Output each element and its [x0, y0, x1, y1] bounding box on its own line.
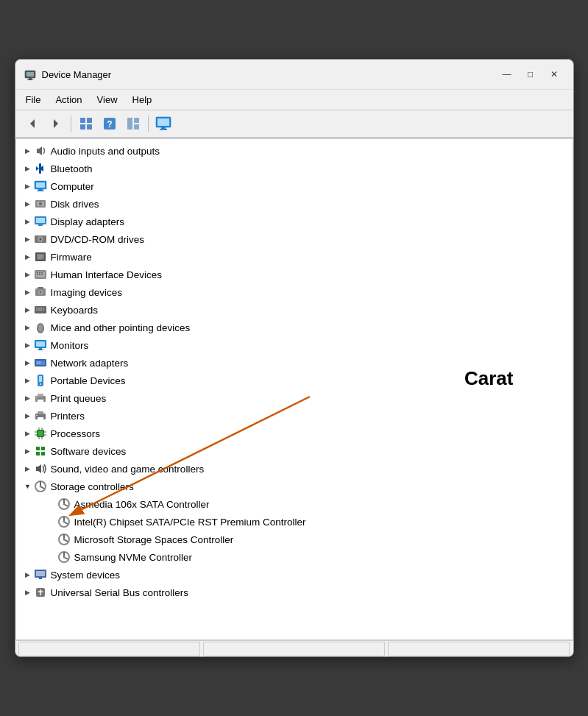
- intel-icon: [57, 515, 71, 528]
- tree-label: Printers: [51, 411, 85, 422]
- monitor-button[interactable]: [152, 113, 174, 134]
- menu-help[interactable]: Help: [125, 91, 160, 108]
- tree-container[interactable]: ▶Audio inputs and outputs▶Bluetooth▶Comp…: [16, 139, 573, 639]
- tree-item-hid[interactable]: ▶Human Interface Devices: [16, 266, 573, 283]
- mice-icon: [34, 321, 47, 334]
- tree-item-processors[interactable]: ▶Processors: [16, 425, 573, 442]
- svg-marker-21: [36, 166, 39, 171]
- chevron-icon: ▶: [22, 163, 34, 174]
- svg-rect-16: [157, 118, 169, 126]
- tree-item-system[interactable]: ▶System devices: [16, 566, 573, 584]
- tree-label: Storage controllers: [51, 481, 134, 492]
- tree-item-usb[interactable]: ▶Universal Serial Bus controllers: [16, 584, 573, 601]
- tree-item-samsung[interactable]: Samsung NVMe Controller: [16, 548, 573, 566]
- svg-rect-30: [36, 218, 45, 223]
- chevron-icon: ▶: [22, 198, 34, 210]
- tree-item-disk[interactable]: ▶Disk drives: [16, 195, 573, 213]
- chevron-icon: ▶: [22, 569, 34, 581]
- svg-rect-77: [36, 397, 38, 398]
- chevron-icon: [46, 498, 57, 510]
- svg-rect-1: [26, 72, 34, 77]
- chevron-icon: ▶: [22, 216, 34, 227]
- network-icon: [34, 356, 47, 369]
- chevron-icon: ▶: [22, 145, 34, 157]
- tree-item-firmware[interactable]: ▶Firmware: [16, 248, 573, 266]
- menu-action[interactable]: Action: [48, 91, 89, 108]
- menu-bar: File Action View Help: [15, 90, 573, 110]
- chevron-icon: [46, 534, 57, 545]
- tree-item-audio[interactable]: ▶Audio inputs and outputs: [16, 142, 573, 160]
- display-icon: [34, 215, 47, 228]
- svg-rect-64: [36, 341, 45, 347]
- svg-rect-59: [43, 310, 44, 311]
- chevron-icon: ▶: [22, 357, 34, 369]
- tree-item-display[interactable]: ▶Display adapters: [16, 213, 573, 230]
- device-manager-button[interactable]: [75, 113, 97, 134]
- close-button[interactable]: ✕: [544, 65, 564, 83]
- svg-rect-3: [27, 79, 33, 80]
- microsoft-storage-icon: [57, 533, 71, 546]
- forward-icon: [49, 117, 63, 130]
- help-button[interactable]: ?: [99, 113, 121, 134]
- svg-rect-2: [29, 78, 32, 79]
- svg-rect-57: [36, 310, 38, 311]
- tree-item-bluetooth[interactable]: ▶Bluetooth: [16, 160, 573, 177]
- tree-label: Audio inputs and outputs: [51, 146, 160, 157]
- tree-label: Processors: [51, 428, 101, 439]
- menu-view[interactable]: View: [90, 91, 125, 108]
- tree-item-asmedia[interactable]: Asmedia 106x SATA Controller: [16, 495, 573, 513]
- tree-item-computer[interactable]: ▶Computer: [16, 177, 573, 195]
- device-manager-window: Device Manager — □ ✕ File Action View He…: [15, 59, 574, 657]
- tree-item-storage[interactable]: ▼Storage controllers: [16, 478, 573, 495]
- tree-item-microsoft-storage[interactable]: Microsoft Storage Spaces Controller: [16, 531, 573, 548]
- storage-icon: [34, 480, 47, 493]
- tree-item-network[interactable]: ▶Network adapters: [16, 354, 573, 372]
- svg-rect-80: [38, 417, 43, 419]
- tree-label: DVD/CD-ROM drives: [51, 234, 145, 245]
- tree-label: Sound, video and game controllers: [51, 464, 205, 475]
- svg-rect-53: [36, 308, 38, 309]
- tree-label: Network adapters: [51, 358, 129, 369]
- tree-label: Human Interface Devices: [51, 269, 163, 280]
- svg-rect-95: [41, 452, 45, 456]
- tree-label: Computer: [51, 181, 94, 192]
- chevron-icon: ▶: [22, 445, 34, 457]
- chevron-icon: [46, 516, 57, 528]
- menu-file[interactable]: File: [18, 91, 49, 108]
- tree-label: Keyboards: [51, 305, 99, 316]
- chevron-icon: ▶: [22, 586, 34, 598]
- tree-item-dvd[interactable]: ▶DVD/CD-ROM drives: [16, 230, 573, 248]
- tree-item-mice[interactable]: ▶Mice and other pointing devices: [16, 319, 573, 336]
- svg-marker-5: [54, 119, 58, 128]
- tree-label: Asmedia 106x SATA Controller: [74, 499, 210, 510]
- tree-item-intel[interactable]: Intel(R) Chipset SATA/PCIe RST Premium C…: [16, 513, 573, 531]
- svg-rect-66: [38, 350, 43, 350]
- maximize-button[interactable]: □: [520, 65, 541, 83]
- toolbar: ?: [15, 110, 573, 138]
- device-manager-icon: [79, 116, 93, 131]
- forward-button[interactable]: [45, 113, 67, 134]
- svg-rect-58: [38, 310, 42, 311]
- chevron-icon: ▶: [22, 286, 34, 298]
- title-bar: Device Manager — □ ✕: [15, 60, 573, 90]
- minimize-button[interactable]: —: [497, 65, 517, 83]
- tree-item-software[interactable]: ▶Software devices: [16, 442, 573, 460]
- svg-point-115: [63, 556, 65, 559]
- chevron-icon: ▶: [22, 410, 34, 422]
- svg-rect-14: [134, 124, 139, 130]
- processors-icon: [34, 427, 47, 440]
- tree-item-monitors[interactable]: ▶Monitors: [16, 336, 573, 354]
- tree-item-printers[interactable]: ▶Printers: [16, 407, 573, 425]
- disk-icon: [34, 197, 47, 210]
- expand-button[interactable]: [122, 113, 144, 134]
- svg-point-34: [39, 238, 41, 241]
- svg-rect-56: [43, 308, 44, 309]
- tree-item-portable[interactable]: ▶Portable Devices: [16, 372, 573, 389]
- svg-rect-79: [38, 411, 43, 414]
- tree-item-keyboards[interactable]: ▶Keyboards: [16, 301, 573, 319]
- bluetooth-icon: [34, 162, 47, 175]
- tree-item-printq[interactable]: ▶Print queues: [16, 389, 573, 407]
- back-button[interactable]: [21, 113, 43, 134]
- tree-item-sound[interactable]: ▶Sound, video and game controllers: [16, 460, 573, 478]
- tree-item-imaging[interactable]: ▶Imaging devices: [16, 283, 573, 301]
